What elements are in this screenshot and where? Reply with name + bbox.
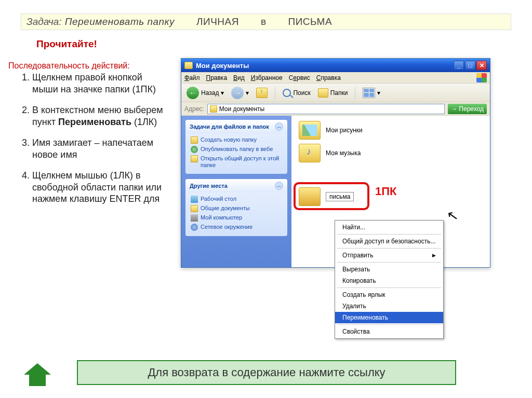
address-bar: Адрес: Мои документы → Переход bbox=[181, 102, 490, 116]
task-text: Переименовать папку bbox=[65, 16, 175, 28]
task-header: Задача: Переименовать папку ЛИЧНАЯ в ПИС… bbox=[21, 13, 511, 30]
ctx-delete[interactable]: Удалить bbox=[335, 300, 443, 312]
step-1: Щелкнем правой кнопкой мыши на значке па… bbox=[32, 72, 168, 95]
go-arrow-icon: → bbox=[451, 105, 457, 113]
place-desktop[interactable]: Рабочий стол bbox=[191, 195, 282, 204]
submenu-arrow-icon: ▶ bbox=[432, 253, 436, 258]
views-icon bbox=[363, 88, 375, 98]
sequence-label: Последовательность действий: bbox=[8, 61, 130, 71]
collapse-button[interactable]: ︿ bbox=[275, 182, 283, 190]
toolbar: ← Назад ▾ → ▾ Поиск Папки ▾ bbox=[181, 84, 490, 102]
go-button[interactable]: → Переход bbox=[448, 104, 487, 114]
context-menu: Найти... Общий доступ и безопасность... … bbox=[335, 220, 444, 339]
footer-link[interactable]: Для возврата в содержание нажмите ссылку bbox=[77, 360, 456, 385]
address-field[interactable]: Мои документы bbox=[207, 104, 445, 114]
places-panel: Другие места ︿ Рабочий стол Общие докуме… bbox=[185, 179, 287, 236]
menu-tools[interactable]: Сервис bbox=[289, 74, 310, 81]
place-my-computer[interactable]: Мой компьютер bbox=[191, 213, 282, 223]
window-title: Мои документы bbox=[196, 62, 249, 70]
folder-icon bbox=[299, 121, 321, 140]
maximize-button[interactable]: □ bbox=[465, 61, 475, 70]
up-button[interactable] bbox=[254, 87, 270, 99]
folder-my-pictures[interactable]: Мои рисунки bbox=[299, 121, 483, 140]
ctx-cut[interactable]: Вырезать bbox=[335, 264, 443, 275]
ctx-properties[interactable]: Свойства bbox=[335, 326, 443, 337]
menu-file[interactable]: Файл bbox=[184, 74, 200, 81]
ctx-copy[interactable]: Копировать bbox=[335, 275, 443, 286]
folder-my-music[interactable]: Моя музыка bbox=[299, 144, 483, 162]
place-shared-docs[interactable]: Общие документы bbox=[191, 204, 282, 213]
forward-button[interactable]: → ▾ bbox=[229, 86, 251, 100]
steps-list: Щелкнем правой кнопкой мыши на значке па… bbox=[18, 72, 168, 214]
back-button[interactable]: ← Назад ▾ bbox=[184, 86, 226, 100]
step-2: В контекстном меню выберем пункт Переиме… bbox=[32, 104, 168, 128]
views-button[interactable]: ▾ bbox=[361, 87, 382, 99]
panel-header: Другие места bbox=[190, 183, 228, 189]
task-new-folder[interactable]: Создать новую папку bbox=[191, 135, 282, 145]
read-me-heading: Прочитайте! bbox=[36, 38, 97, 50]
task-publish[interactable]: Опубликовать папку в вебе bbox=[191, 145, 282, 154]
ctx-shortcut[interactable]: Создать ярлык bbox=[335, 289, 443, 300]
folders-icon bbox=[318, 88, 328, 98]
folder-icon bbox=[184, 62, 193, 69]
collapse-button[interactable]: ︿ bbox=[275, 122, 283, 131]
house-roof-icon bbox=[24, 363, 51, 375]
task-share[interactable]: Открыть общий доступ к этой папке bbox=[191, 154, 282, 170]
house-body-icon bbox=[29, 375, 46, 386]
search-button[interactable]: Поиск bbox=[281, 88, 312, 98]
home-button[interactable] bbox=[24, 363, 51, 386]
annotation-highlight-box bbox=[294, 182, 369, 210]
ctx-send[interactable]: Отправить▶ bbox=[335, 250, 443, 261]
annotation-1pk: 1ПК bbox=[375, 185, 396, 198]
windows-flag-icon bbox=[476, 73, 487, 83]
task-pane: Задачи для файлов и папок ︿ Создать нову… bbox=[181, 116, 291, 267]
close-button[interactable]: ✕ bbox=[476, 61, 487, 70]
address-label: Адрес: bbox=[184, 105, 204, 113]
file-tasks-panel: Задачи для файлов и папок ︿ Создать нову… bbox=[185, 120, 287, 174]
ctx-rename[interactable]: Переименовать bbox=[335, 312, 443, 323]
step-3: Имя замигает – напечатаем новое имя bbox=[32, 137, 168, 160]
forward-icon: → bbox=[231, 87, 244, 99]
menu-view[interactable]: Вид bbox=[233, 74, 245, 81]
folder-up-icon bbox=[256, 88, 268, 98]
place-network[interactable]: Сетевое окружение bbox=[191, 223, 282, 232]
task-to: ПИСЬМА bbox=[288, 16, 332, 28]
task-in: в bbox=[261, 16, 267, 28]
folders-button[interactable]: Папки bbox=[316, 87, 350, 99]
step-4: Щелкнем мышью (1ЛК) в свободной области … bbox=[32, 170, 168, 205]
task-label: Задача: bbox=[26, 16, 62, 28]
folder-icon bbox=[299, 144, 321, 162]
menu-favorites[interactable]: Избранное bbox=[251, 74, 283, 81]
menu-help[interactable]: Справка bbox=[316, 74, 341, 81]
window-titlebar[interactable]: Мои документы _ □ ✕ bbox=[181, 59, 490, 72]
panel-header: Задачи для файлов и папок bbox=[190, 123, 269, 130]
ctx-find[interactable]: Найти... bbox=[335, 222, 443, 233]
menu-edit[interactable]: Правка bbox=[206, 74, 228, 81]
ctx-share[interactable]: Общий доступ и безопасность... bbox=[335, 236, 443, 247]
folder-icon bbox=[210, 105, 217, 113]
task-from: ЛИЧНАЯ bbox=[196, 16, 239, 28]
menu-bar: Файл Правка Вид Избранное Сервис Справка bbox=[181, 72, 490, 84]
minimize-button[interactable]: _ bbox=[454, 61, 464, 70]
search-icon bbox=[283, 89, 291, 97]
back-icon: ← bbox=[187, 87, 199, 99]
